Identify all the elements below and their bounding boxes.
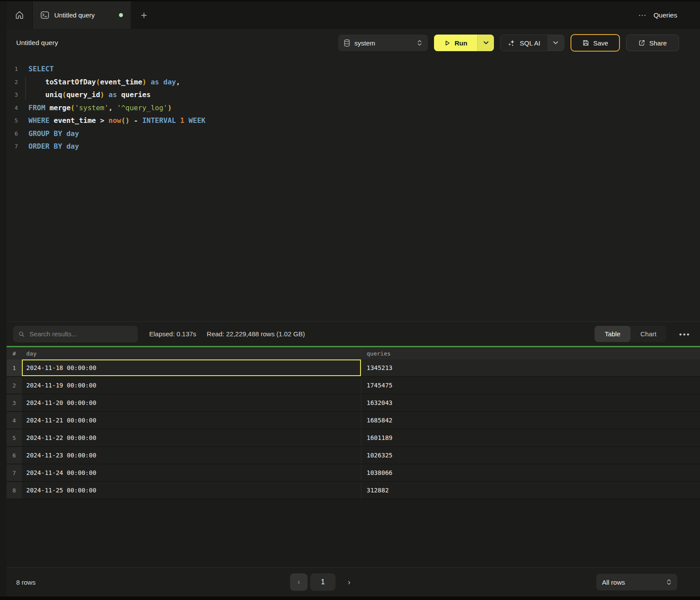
query-title: Untitled query: [16, 39, 58, 47]
queries-link[interactable]: Queries: [654, 11, 677, 19]
next-page-button[interactable]: ›: [343, 573, 356, 591]
queries-cell[interactable]: 1685842: [361, 412, 700, 429]
row-number-cell[interactable]: 1: [7, 359, 22, 376]
code-text: ORDER BY day: [18, 142, 79, 150]
code-line[interactable]: 6 GROUP BY day: [7, 127, 700, 140]
table-row: 5 2024-11-22 00:00:00 1601189: [7, 429, 700, 447]
day-cell[interactable]: 2024-11-24 00:00:00: [22, 464, 361, 481]
previous-page-button[interactable]: ‹: [290, 573, 308, 591]
table-row: 3 2024-11-20 00:00:00 1632043: [7, 394, 700, 412]
row-number-cell[interactable]: 3: [7, 394, 22, 411]
search-results-box[interactable]: [13, 326, 138, 342]
database-icon: [344, 39, 350, 47]
day-cell[interactable]: 2024-11-18 00:00:00: [22, 359, 361, 376]
day-cell[interactable]: 2024-11-22 00:00:00: [22, 429, 361, 446]
rows-per-page-selector[interactable]: All rows: [596, 574, 677, 590]
sql-editor[interactable]: 1 SELECT 2 toStartOfDay(event_time) as d…: [7, 57, 700, 321]
view-tab-table[interactable]: Table: [595, 326, 630, 342]
code-token: query_id: [66, 91, 100, 99]
code-line[interactable]: 5 WHERE event_time > now() - INTERVAL 1 …: [7, 114, 700, 127]
line-number: 5: [7, 117, 18, 124]
code-token: [104, 91, 108, 99]
code-token: event_time: [54, 116, 96, 125]
code-token: day: [66, 129, 79, 138]
home-button[interactable]: [7, 1, 33, 29]
queries-cell[interactable]: 312882: [361, 482, 700, 499]
code-line[interactable]: 2 toStartOfDay(event_time) as day,: [7, 76, 700, 89]
results-more-icon[interactable]: ●●●: [679, 331, 690, 337]
tab-untitled-query[interactable]: Untitled query: [33, 1, 131, 29]
day-cell[interactable]: 2024-11-19 00:00:00: [22, 377, 361, 394]
day-cell[interactable]: 2024-11-20 00:00:00: [22, 394, 361, 411]
queries-cell[interactable]: 1632043: [361, 394, 700, 411]
sql-ai-button[interactable]: SQL AI: [500, 35, 547, 51]
run-button[interactable]: Run: [434, 35, 477, 51]
row-number-cell[interactable]: 7: [7, 464, 22, 481]
tab-bar: Untitled query + ⋯ Queries: [7, 1, 700, 29]
line-number: 7: [7, 143, 18, 150]
row-number-cell[interactable]: 6: [7, 447, 22, 464]
line-number: 4: [7, 105, 18, 111]
sql-ai-options-button[interactable]: [547, 35, 564, 51]
queries-cell[interactable]: 1026325: [361, 447, 700, 464]
queries-cell[interactable]: 1745475: [361, 377, 700, 394]
table-row: 2 2024-11-19 00:00:00 1745475: [7, 377, 700, 394]
table-row: 7 2024-11-24 00:00:00 1038066: [7, 464, 700, 482]
code-token: ,: [176, 78, 180, 86]
row-number-cell[interactable]: 4: [7, 412, 22, 429]
day-cell[interactable]: 2024-11-25 00:00:00: [22, 482, 361, 499]
day-value: 2024-11-24 00:00:00: [26, 469, 96, 476]
code-text: uniq(query_id) as queries: [18, 91, 150, 99]
run-options-button[interactable]: [477, 35, 494, 51]
code-line[interactable]: 1 SELECT: [7, 63, 700, 76]
database-selector[interactable]: system: [338, 35, 428, 51]
queries-cell[interactable]: 1345213: [361, 359, 700, 376]
tabbar-more-icon[interactable]: ⋯: [638, 11, 647, 19]
column-header-queries[interactable]: queries: [361, 347, 700, 359]
table-row: 6 2024-11-23 00:00:00 1026325: [7, 447, 700, 464]
queries-cell[interactable]: 1038066: [361, 464, 700, 481]
code-token: [49, 116, 54, 125]
code-text: SELECT: [18, 65, 54, 73]
results-toolbar: Elapsed: 0.137s Read: 22,229,488 rows (1…: [7, 321, 700, 346]
day-value: 2024-11-25 00:00:00: [26, 487, 96, 494]
code-token: now: [108, 116, 121, 125]
code-token: >: [96, 116, 108, 125]
code-token: GROUP BY: [28, 129, 62, 138]
code-line[interactable]: 4 FROM merge('system', '^query_log'): [7, 101, 700, 115]
share-button[interactable]: Share: [626, 35, 679, 51]
day-value: 2024-11-20 00:00:00: [26, 399, 96, 406]
column-header-index[interactable]: #: [7, 350, 22, 357]
code-token: event_time: [100, 78, 142, 86]
code-line[interactable]: 7 ORDER BY day: [7, 140, 700, 153]
current-page-button[interactable]: 1: [310, 573, 336, 591]
column-header-day[interactable]: day: [22, 350, 361, 357]
view-tab-chart[interactable]: Chart: [630, 326, 666, 342]
save-button[interactable]: Save: [570, 34, 620, 52]
day-cell[interactable]: 2024-11-21 00:00:00: [22, 412, 361, 429]
row-number-cell[interactable]: 2: [7, 377, 22, 394]
row-number-cell[interactable]: 8: [7, 482, 22, 499]
day-cell[interactable]: 2024-11-23 00:00:00: [22, 447, 361, 464]
rows-per-page-value: All rows: [602, 579, 662, 586]
line-number: 3: [7, 91, 18, 98]
code-token: FROM: [28, 104, 46, 112]
queries-cell[interactable]: 1601189: [361, 429, 700, 446]
code-token: (): [121, 116, 130, 125]
save-icon: [582, 39, 589, 46]
code-token: [176, 116, 180, 125]
new-tab-button[interactable]: +: [131, 1, 157, 29]
code-token: (: [96, 78, 100, 86]
code-text: FROM merge('system', '^query_log'): [18, 104, 172, 112]
tabbar-right: ⋯ Queries: [638, 1, 700, 29]
search-results-input[interactable]: [28, 330, 133, 338]
chevron-down-icon: [483, 41, 489, 45]
row-number-cell[interactable]: 5: [7, 429, 22, 446]
tabbar-spacer: [157, 1, 638, 29]
bottom-window-edge: [0, 597, 700, 600]
updown-chevrons-icon: [417, 39, 422, 46]
code-line[interactable]: 3 uniq(query_id) as queries: [7, 88, 700, 101]
chevron-down-icon: [553, 41, 558, 45]
code-token: queries: [121, 91, 150, 99]
day-value: 2024-11-18 00:00:00: [26, 364, 96, 371]
